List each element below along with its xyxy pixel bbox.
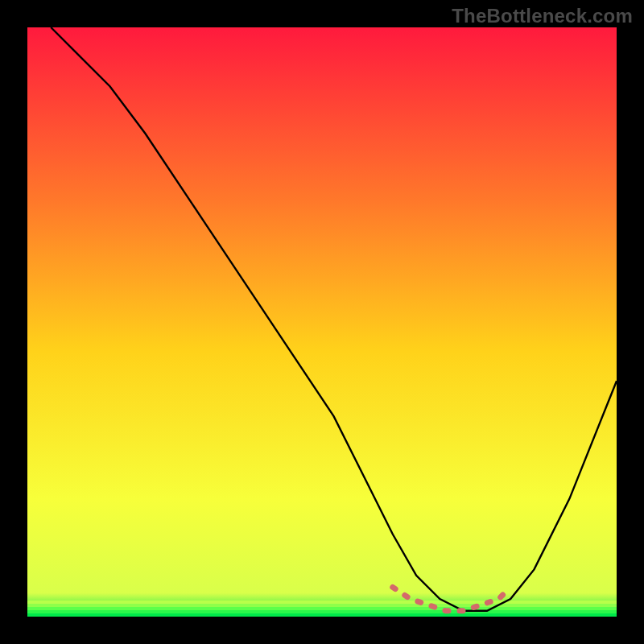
bottleneck-chart (0, 0, 644, 644)
svg-rect-2 (27, 607, 617, 610)
chart-stage: TheBottleneck.com (0, 0, 644, 644)
svg-rect-3 (27, 610, 617, 613)
svg-rect-4 (27, 613, 617, 617)
gradient-plot-area (27, 27, 617, 617)
watermark-text: TheBottleneck.com (452, 5, 633, 27)
bottom-green-bands (27, 601, 617, 617)
svg-rect-1 (27, 604, 617, 607)
svg-rect-0 (27, 601, 617, 604)
